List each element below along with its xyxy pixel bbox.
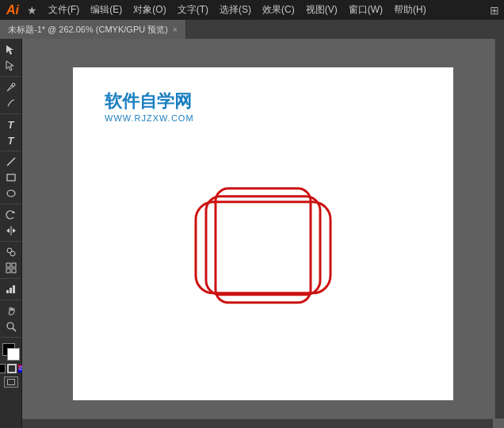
symbol-tool-button[interactable]	[2, 260, 21, 276]
svg-marker-1	[6, 61, 13, 71]
svg-line-20	[13, 328, 16, 331]
ellipse-tool-button[interactable]	[2, 185, 21, 201]
svg-rect-4	[7, 174, 15, 181]
menu-select[interactable]: 选择(S)	[215, 2, 256, 18]
svg-point-5	[7, 190, 15, 197]
document-tab[interactable]: 未标题-1* @ 262.06% (CMYK/GPU 预览) ×	[0, 20, 186, 39]
color-swatches	[2, 343, 20, 361]
special-tools-group	[0, 244, 21, 279]
hand-tool-button[interactable]	[2, 303, 21, 319]
line-tool-button[interactable]	[2, 154, 21, 170]
menu-bar: 文件(F) 编辑(E) 对象(O) 文字(T) 选择(S) 效果(C) 视图(V…	[44, 2, 483, 18]
svg-rect-13	[12, 263, 16, 267]
draw-tools-group	[0, 79, 21, 114]
vertical-scrollbar[interactable]	[494, 39, 504, 418]
title-bar: Ai ★ 文件(F) 编辑(E) 对象(O) 文字(T) 选择(S) 效果(C)…	[0, 0, 504, 20]
graph-tool-button[interactable]	[2, 281, 21, 297]
menu-effect[interactable]: 效果(C)	[258, 2, 300, 18]
svg-rect-22	[206, 196, 320, 294]
svg-point-19	[7, 323, 13, 329]
watermark-line2: WWW.RJZXW.COM	[105, 113, 194, 123]
svg-marker-0	[6, 45, 13, 55]
shape-tools-group	[0, 154, 21, 204]
svg-rect-12	[6, 263, 10, 267]
selection-tool-button[interactable]	[2, 42, 21, 58]
menu-window[interactable]: 窗口(W)	[344, 2, 388, 18]
menu-help[interactable]: 帮助(H)	[389, 2, 431, 18]
svg-rect-14	[6, 269, 10, 273]
menu-edit[interactable]: 编辑(E)	[86, 2, 127, 18]
tab-close-button[interactable]: ×	[173, 25, 178, 34]
svg-point-11	[10, 251, 15, 256]
svg-line-3	[7, 158, 15, 166]
tab-label: 未标题-1* @ 262.06% (CMYK/GPU 预览)	[8, 24, 168, 36]
vector-drawing	[184, 182, 342, 311]
horizontal-scrollbar[interactable]	[22, 418, 493, 428]
rotate-tool-button[interactable]	[2, 207, 21, 223]
pencil-tool-button[interactable]	[2, 95, 21, 111]
stroke-indicator[interactable]	[7, 364, 17, 373]
screen-mode-area	[4, 376, 18, 388]
canvas-area[interactable]: 软件自学网 WWW.RJZXW.COM	[22, 39, 504, 428]
svg-marker-8	[6, 228, 10, 233]
reflect-tool-button[interactable]	[2, 223, 21, 239]
text-tools-group: T T	[0, 117, 21, 151]
graph-tools-group	[0, 281, 21, 300]
menu-file[interactable]: 文件(F)	[44, 2, 84, 18]
tab-bar: 未标题-1* @ 262.06% (CMYK/GPU 预览) ×	[0, 20, 504, 39]
watermark: 软件自学网 WWW.RJZXW.COM	[105, 90, 194, 123]
direct-select-tool-button[interactable]	[2, 58, 21, 74]
navigate-tools-group	[0, 303, 21, 338]
rect-tool-button[interactable]	[2, 170, 21, 185]
artboard: 软件自学网 WWW.RJZXW.COM	[73, 67, 453, 400]
main-layout: T T	[0, 39, 504, 428]
app-logo: Ai	[5, 3, 21, 17]
type-tool-button[interactable]: T	[2, 117, 21, 132]
vertical-type-tool-button[interactable]: T	[2, 132, 21, 148]
shape-builder-tool-button[interactable]	[2, 244, 21, 260]
svg-rect-16	[6, 290, 9, 293]
pen-tool-button[interactable]	[2, 79, 21, 95]
workspace-switcher-icon[interactable]: ⊞	[490, 4, 499, 17]
svg-rect-18	[13, 285, 15, 293]
zoom-tool-button[interactable]	[2, 319, 21, 334]
menu-view[interactable]: 视图(V)	[301, 2, 342, 18]
color-box[interactable]	[2, 343, 20, 361]
background-color[interactable]	[7, 348, 20, 361]
menu-type[interactable]: 文字(T)	[173, 2, 213, 18]
svg-rect-23	[216, 188, 311, 302]
watermark-line1: 软件自学网	[105, 90, 194, 113]
left-toolbar: T T	[0, 39, 22, 428]
fill-indicator[interactable]	[0, 364, 6, 373]
selection-tools-group	[0, 42, 21, 77]
transform-tools-group	[0, 207, 21, 242]
star-icon: ★	[27, 4, 37, 17]
svg-rect-15	[12, 269, 16, 273]
svg-rect-17	[10, 288, 12, 293]
svg-marker-9	[13, 228, 16, 233]
menu-object[interactable]: 对象(O)	[128, 2, 170, 18]
screen-mode-button[interactable]	[4, 376, 18, 388]
